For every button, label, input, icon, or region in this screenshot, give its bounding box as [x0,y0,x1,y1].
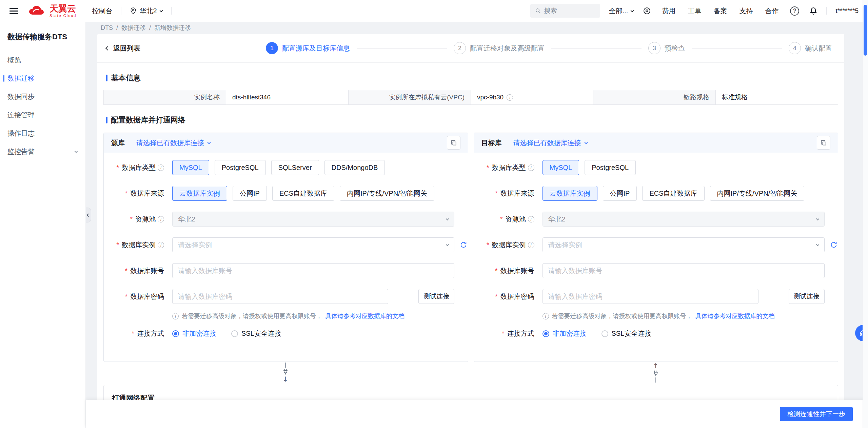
source-resource-pool-select[interactable]: 华北2 [172,212,454,227]
back-to-list-button[interactable]: 返回列表 [106,44,140,53]
source-db-source-ecs-selfbuilt[interactable]: ECS自建数据库 [272,186,334,201]
target-db-source-cloud-instance[interactable]: 云数据库实例 [542,186,597,201]
sidebar-item-overview[interactable]: 概览 [0,51,85,69]
info-icon[interactable]: i [528,164,534,171]
search-icon [535,8,541,14]
nav-item-support[interactable]: 支持 [739,6,753,16]
radio-icon [231,330,238,337]
target-test-connection-button[interactable]: 测试连接 [789,289,825,304]
target-password-input[interactable] [542,289,758,304]
breadcrumb-data-migration[interactable]: 数据迁移 [121,24,146,32]
source-refresh-button[interactable] [460,241,467,249]
section-marker [106,75,107,81]
info-icon[interactable]: i [158,216,164,222]
source-db-source-private-network[interactable]: 内网IP/专线/VPN/智能网关 [340,186,434,201]
target-instance-select[interactable]: 请选择实例 [542,237,825,252]
target-db-type-row: * 数据库类型 i MySQL PostgreSQL [474,160,838,175]
chevron-down-icon [816,243,819,246]
required-marker: * [116,164,119,172]
info-icon[interactable]: i [507,94,513,101]
step-connector-line [551,48,642,48]
target-db-source-public-ip[interactable]: 公网IP [603,186,637,201]
db-config-title: 配置数据库并打通网络 [106,115,835,125]
hamburger-menu-icon[interactable] [9,8,18,14]
region-selector[interactable]: 华北2 [130,6,162,16]
divider [121,7,121,15]
source-test-connection-button[interactable]: 测试连接 [418,289,454,304]
target-copy-button[interactable] [817,136,830,150]
step-4: 4 确认配置 [789,42,832,54]
scrollbar-track[interactable] [863,0,868,428]
source-radio-unencrypted[interactable]: 非加密连接 [172,329,216,338]
bell-icon[interactable] [809,7,817,15]
check-connectivity-next-button[interactable]: 检测连通性并下一步 [780,407,853,421]
region-value: 华北2 [139,6,157,16]
target-radio-unencrypted[interactable]: 非加密连接 [542,329,587,338]
target-db-panel: 目标库 请选择已有数据库连接 * 数据 [474,133,839,362]
topbar-nav: 费用 工单 备案 支持 合作 [662,6,778,16]
source-db-type-postgresql[interactable]: PostgreSQL [215,160,266,175]
info-label-vpc: 实例所在虚拟私有云(VPC) [348,90,471,104]
sidebar-item-data-migration[interactable]: 数据迁移 [0,69,85,87]
console-link[interactable]: 控制台 [92,6,112,16]
target-refresh-button[interactable] [830,241,837,249]
target-db-type-postgresql[interactable]: PostgreSQL [585,160,636,175]
scrollbar-thumb[interactable] [864,5,867,56]
sidebar-item-label: 操作日志 [7,129,35,138]
target-radio-ssl[interactable]: SSL安全连接 [601,329,652,338]
nav-item-icp[interactable]: 备案 [713,6,727,16]
sidebar-collapse-handle[interactable] [86,208,91,222]
help-icon[interactable]: ? [790,6,799,16]
source-db-source-public-ip[interactable]: 公网IP [233,186,267,201]
sidebar-item-operation-logs[interactable]: 操作日志 [0,124,85,142]
step-number: 1 [266,42,278,54]
source-instance-select[interactable]: 请选择实例 [172,237,454,252]
source-password-label: * 数据库密码 [104,292,164,301]
source-db-type-sqlserver[interactable]: SQLServer [271,160,319,175]
target-existing-connection-dropdown[interactable]: 请选择已有数据库连接 [513,138,587,148]
radio-icon [542,330,549,337]
info-icon[interactable]: i [528,242,534,248]
info-icon[interactable]: i [158,242,164,248]
source-password-input[interactable] [172,289,388,304]
chevron-left-icon [87,213,90,217]
source-copy-button[interactable] [447,136,460,150]
sidebar-item-monitor-alerts[interactable]: 监控告警 [0,142,85,161]
source-db-type-dds-mongodb[interactable]: DDS/MongoDB [324,160,385,175]
sidebar-item-connection-mgmt[interactable]: 连接管理 [0,106,85,124]
scan-icon[interactable] [644,7,650,14]
target-db-source-row: * 数据库来源 云数据库实例 公网IP ECS自建数据库 内网IP/专线/VPN… [474,186,838,201]
global-search-input[interactable]: 搜索 [530,4,600,18]
target-network-connector: ↑ [652,363,659,383]
source-existing-connection-dropdown[interactable]: 请选择已有数据库连接 [136,138,210,148]
nav-item-billing[interactable]: 费用 [662,6,675,16]
target-account-input[interactable] [542,263,825,278]
target-doc-link[interactable]: 具体请参考对应数据库的文档 [695,312,775,320]
radio-label: 非加密连接 [182,329,216,338]
target-account-row: * 数据库账号 [474,263,838,278]
source-radio-ssl[interactable]: SSL安全连接 [231,329,281,338]
target-db-source-private-network[interactable]: 内网IP/专线/VPN/智能网关 [710,186,805,201]
target-db-source-ecs-selfbuilt[interactable]: ECS自建数据库 [642,186,704,201]
user-account[interactable]: t*******5 [835,7,859,15]
sidebar-item-data-sync[interactable]: 数据同步 [0,87,85,106]
logo-title: 天翼云 [50,4,76,13]
db-panels: 源库 请选择已有数据库连接 * 数据库 [103,133,838,362]
back-label: 返回列表 [113,44,140,53]
target-resource-pool-select[interactable]: 华北2 [542,212,825,227]
info-icon[interactable]: i [528,216,534,222]
info-icon[interactable]: i [158,164,164,171]
nav-item-cooperation[interactable]: 合作 [765,6,778,16]
source-doc-link[interactable]: 具体请参考对应数据库的文档 [325,312,405,320]
brand-logo[interactable]: 天翼云 State Cloud [28,4,76,18]
source-db-source-cloud-instance[interactable]: 云数据库实例 [172,186,227,201]
sidebar-item-label: 数据同步 [7,92,35,101]
source-db-type-mysql[interactable]: MySQL [172,160,209,175]
nav-item-tickets[interactable]: 工单 [688,6,701,16]
target-db-type-mysql[interactable]: MySQL [542,160,579,175]
breadcrumb-dts[interactable]: DTS [101,24,113,32]
scope-dropdown[interactable]: 全部... [609,6,634,16]
content-card: 返回列表 1 配置源库及目标库信息 2 配置迁移对象及高级配置 3 预检查 [97,34,844,428]
source-account-input[interactable] [172,263,454,278]
source-panel-body: * 数据库类型 i MySQL PostgreSQL SQLServer DDS… [104,153,468,349]
